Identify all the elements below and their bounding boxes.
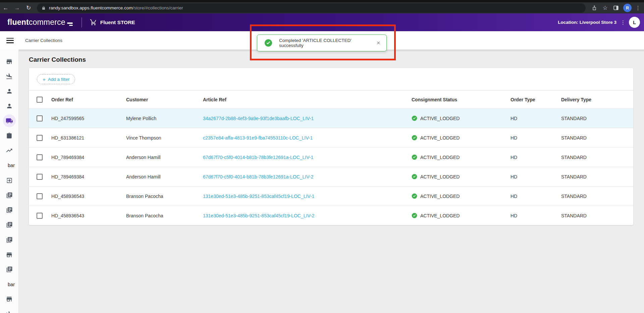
select-all-checkbox[interactable]: [37, 97, 43, 103]
sidebar-item-person[interactable]: [0, 99, 18, 113]
consignment-status-cell: ACTIVE_LODGED: [412, 154, 511, 160]
status-check-icon: [412, 135, 417, 141]
col-customer: Customer: [126, 97, 203, 102]
sidebar-item-flight-land[interactable]: [0, 307, 18, 313]
order-type-cell: HD: [511, 194, 561, 199]
filter-bar: + Add a filter: [29, 68, 633, 91]
store-icon: [6, 58, 13, 65]
browser-chrome: ← → ↻ randy.sandbox.apps.fluentcommerce.…: [0, 0, 644, 13]
header-divider: [82, 17, 82, 28]
row-checkbox[interactable]: [37, 115, 43, 121]
browser-profile-avatar[interactable]: R: [623, 4, 632, 12]
truck-icon: [6, 117, 13, 124]
lock-icon: [42, 6, 46, 10]
store-icon: [6, 296, 13, 303]
sidebar-item-library-books[interactable]: [0, 262, 18, 277]
delivery-type-cell: STANDARD: [561, 213, 633, 218]
url-path: /store/#collections/carrier: [133, 5, 183, 10]
row-checkbox[interactable]: [37, 174, 43, 180]
sidebar-item-store[interactable]: [0, 247, 18, 262]
exit-to-app-icon: [6, 177, 13, 184]
sidebar-item-library-books[interactable]: [0, 188, 18, 203]
trending-arrow-icon: [6, 147, 13, 154]
app-header: fluentcommerce Fluent STORE Location: Li…: [0, 13, 644, 31]
article-ref-link[interactable]: 67d67f70-c5f0-4014-b81b-78b3fe12691a-LOC…: [203, 155, 313, 160]
address-bar[interactable]: randy.sandbox.apps.fluentcommerce.com/st…: [37, 3, 586, 13]
order-ref-cell: HD_458936543: [51, 213, 126, 218]
fluentcommerce-logo[interactable]: fluentcommerce: [7, 18, 73, 27]
library-books-icon: [6, 266, 13, 273]
add-filter-label: Add a filter: [48, 77, 70, 82]
status-label: ACTIVE_LODGED: [420, 135, 460, 141]
consignment-status-cell: ACTIVE_LODGED: [412, 174, 511, 179]
share-icon[interactable]: [589, 5, 600, 11]
customer-cell: Vince Thompson: [126, 135, 203, 141]
order-ref-cell: HD_631386121: [51, 135, 126, 141]
article-ref-link[interactable]: c2357e84-affa-4813-91e9-fba74553110c-LOC…: [203, 135, 313, 141]
toast-close-icon[interactable]: ✕: [376, 40, 380, 46]
sidebar-item-store[interactable]: [0, 54, 18, 69]
sidebar-text-item[interactable]: bar: [0, 158, 18, 173]
menu-hamburger-icon[interactable]: [6, 38, 14, 43]
status-label: ACTIVE_LODGED: [420, 174, 460, 179]
col-order-type: Order Type: [511, 97, 561, 102]
article-ref-cell: 67d67f70-c5f0-4014-b81b-78b3fe12691a-LOC…: [203, 174, 412, 179]
table-row: HD_789469384Anderson Hamill67d67f70-c5f0…: [29, 167, 633, 186]
order-ref-cell: HD_789469384: [51, 174, 126, 179]
order-type-cell: HD: [511, 213, 561, 218]
browser-forward-button[interactable]: →: [11, 5, 23, 11]
status-label: ACTIVE_LODGED: [420, 116, 460, 121]
sidebar-item-library-books[interactable]: [0, 203, 18, 217]
row-checkbox[interactable]: [37, 193, 43, 199]
status-label: ACTIVE_LODGED: [420, 213, 460, 218]
bookmark-star-icon[interactable]: ☆: [600, 4, 610, 11]
cart-icon: [90, 19, 97, 26]
location-label[interactable]: Location: Liverpool Store 3: [558, 20, 616, 25]
sidebar-item-person[interactable]: [0, 84, 18, 99]
table-body: HD_247599565Mylene Pollich34a2677d-2b88-…: [29, 108, 633, 225]
sidebar-nav: barbar: [0, 50, 19, 313]
success-check-icon: [264, 39, 272, 47]
sidebar-item-store[interactable]: [0, 292, 18, 307]
row-checkbox[interactable]: [37, 213, 43, 219]
delivery-type-cell: STANDARD: [561, 135, 633, 141]
delivery-type-cell: STANDARD: [561, 174, 633, 179]
consignment-status-cell: ACTIVE_LODGED: [412, 213, 511, 218]
logo-light: commerce: [29, 18, 65, 27]
article-ref-cell: 131e30ed-51e3-485b-9251-853caf45cf19-LOC…: [203, 194, 412, 199]
sidebar-item-trending-arrow[interactable]: [0, 143, 18, 158]
sidebar-text-item[interactable]: bar: [0, 277, 18, 292]
sidebar-item-truck[interactable]: [0, 113, 18, 128]
row-checkbox[interactable]: [37, 154, 43, 160]
row-checkbox[interactable]: [37, 135, 43, 141]
header-menu-icon[interactable]: ⋮: [621, 19, 626, 25]
sidebar-item-library-books[interactable]: [0, 232, 18, 247]
browser-menu-icon[interactable]: ⋮: [634, 5, 642, 11]
delivery-type-cell: STANDARD: [561, 116, 633, 121]
article-ref-link[interactable]: 67d67f70-c5f0-4014-b81b-78b3fe12691a-LOC…: [203, 174, 313, 179]
order-type-cell: HD: [511, 174, 561, 179]
collections-card: + Add a filter Order Ref Customer Articl…: [29, 68, 633, 225]
app-name[interactable]: Fluent STORE: [90, 19, 135, 26]
status-label: ACTIVE_LODGED: [420, 155, 460, 160]
user-avatar[interactable]: L: [629, 17, 640, 28]
browser-back-button[interactable]: ←: [0, 5, 11, 11]
sidebar-item-library-books[interactable]: [0, 217, 18, 232]
add-filter-button[interactable]: + Add a filter: [37, 74, 75, 84]
article-ref-link[interactable]: 131e30ed-51e3-485b-9251-853caf45cf19-LOC…: [203, 194, 314, 199]
order-type-cell: HD: [511, 135, 561, 141]
table-row: HD_247599565Mylene Pollich34a2677d-2b88-…: [29, 108, 633, 128]
side-panel-icon[interactable]: [610, 5, 621, 11]
logo-bold: fluent: [7, 18, 29, 27]
browser-reload-button[interactable]: ↻: [23, 4, 34, 11]
order-ref-cell: HD_458936543: [51, 194, 126, 199]
article-ref-link[interactable]: 34a2677d-2b88-4ef3-9a9e-93f1de3baafb-LOC…: [203, 116, 314, 121]
sidebar-item-exit-to-app[interactable]: [0, 173, 18, 188]
status-label: ACTIVE_LODGED: [420, 194, 460, 199]
article-ref-link[interactable]: 131e30ed-51e3-485b-9251-853caf45cf19-LOC…: [203, 213, 314, 218]
table-row: HD_458936543Branson Pacocha131e30ed-51e3…: [29, 206, 633, 225]
sidebar-item-clipboard-alert[interactable]: [0, 128, 18, 143]
sidebar-item-flight-land[interactable]: [0, 69, 18, 84]
col-consignment-status: Consignment Status: [412, 97, 511, 102]
page-title: Carrier Collections: [29, 56, 644, 63]
